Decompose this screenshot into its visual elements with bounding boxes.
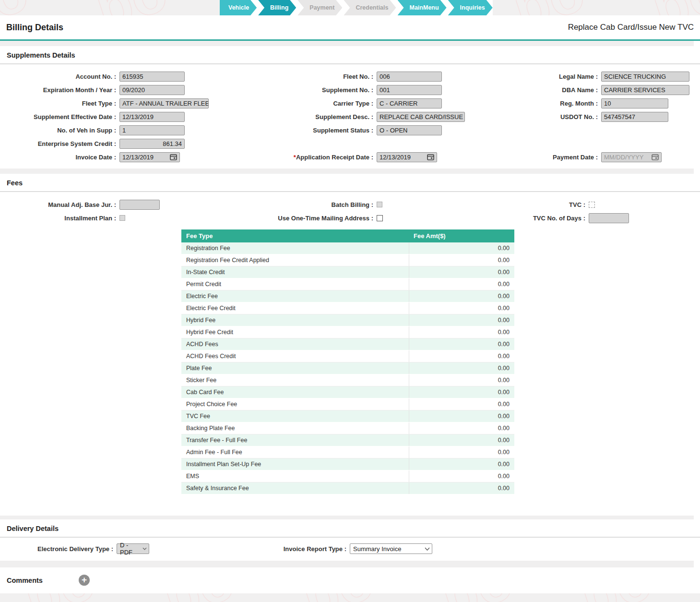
fee-type-cell: Electric Fee Credit <box>181 302 409 314</box>
manual-adj-field[interactable] <box>119 200 160 210</box>
app-receipt-date-field[interactable]: 12/13/2019 <box>377 152 437 162</box>
page-subtitle: Replace Cab Card/Issue New TVC <box>568 23 694 32</box>
fleet-no-field: 006 <box>377 72 442 82</box>
fee-type-cell: EMS <box>181 470 409 482</box>
fee-type-cell: Installment Plan Set-Up Fee <box>181 458 409 470</box>
fleet-type-label: Fleet Type <box>0 100 116 107</box>
reg-month-field: 10 <box>601 98 668 108</box>
fee-amt-cell: 0.00 <box>409 446 514 458</box>
breadcrumb-step-inquiries[interactable]: Inquiries <box>448 0 493 15</box>
breadcrumb-step-vehicle[interactable]: Vehicle <box>220 0 257 15</box>
fee-table-row: Admin Fee - Full Fee0.00 <box>181 446 514 458</box>
fee-amt-cell: 0.00 <box>409 350 514 362</box>
one-time-mailing-label: Use One-Time Mailing Address <box>240 215 373 222</box>
account-no-field: 615935 <box>119 72 185 82</box>
fee-type-cell: TVC Fee <box>181 410 409 422</box>
fee-amt-cell: 0.00 <box>409 470 514 482</box>
supp-desc-field: REPLACE CAB CARD/ISSUE NEW <box>377 112 465 122</box>
invoice-date-field[interactable]: 12/13/2019 <box>119 152 180 162</box>
batch-billing-label: Batch Billing <box>240 201 373 208</box>
fee-type-cell: Backing Plate Fee <box>181 422 409 434</box>
fee-table-row: Permit Credit0.00 <box>181 278 514 290</box>
page-header: Billing Details Replace Cab Card/Issue N… <box>0 15 700 41</box>
fee-type-cell: Permit Credit <box>181 278 409 290</box>
one-time-mailing-checkbox[interactable] <box>377 215 383 221</box>
fee-table-wrap: Fee Type Fee Amt($) Registration Fee0.00… <box>0 228 700 516</box>
fee-type-cell: ACHD Fees <box>181 338 409 350</box>
fee-table-row: EMS0.00 <box>181 470 514 482</box>
fee-amt-cell: 0.00 <box>409 482 514 494</box>
fee-amt-cell: 0.00 <box>409 410 514 422</box>
fee-table-row: Registration Fee Credit Applied0.00 <box>181 254 514 266</box>
legal-name-label: Legal Name <box>489 73 598 80</box>
section-divider <box>0 516 694 519</box>
electronic-delivery-select: D - PDF <box>117 543 149 554</box>
fee-type-cell: ACHD Fees Credit <box>181 350 409 362</box>
fee-table-row: ACHD Fees Credit0.00 <box>181 350 514 362</box>
section-divider <box>0 561 694 567</box>
no-veh-field: 1 <box>119 125 185 135</box>
fee-table-row: In-State Credit0.00 <box>181 266 514 278</box>
fee-table-row: Cab Card Fee0.00 <box>181 386 514 398</box>
fee-table-row: ACHD Fees0.00 <box>181 338 514 350</box>
fees-form: Manual Adj. Base Jur. Batch Billing TVC … <box>0 192 700 228</box>
fee-amt-cell: 0.00 <box>409 434 514 446</box>
installment-plan-label: Installment Plan <box>0 215 116 222</box>
breadcrumb-step-billing[interactable]: Billing <box>258 0 296 15</box>
fee-type-cell: Cab Card Fee <box>181 386 409 398</box>
account-no-label: Account No. <box>0 73 116 80</box>
supp-eff-date-label: Supplement Effective Date <box>0 113 116 120</box>
section-divider <box>0 169 694 174</box>
chevron-down-icon <box>425 547 430 551</box>
breadcrumb-step-mainmenu[interactable]: MainMenu <box>398 0 447 15</box>
usdot-no-field: 547457547 <box>601 112 668 122</box>
calendar-icon[interactable] <box>170 154 177 160</box>
supplements-section-title: Supplements Details <box>0 46 700 64</box>
comments-section: Comments + <box>0 567 700 593</box>
fee-amt-cell: 0.00 <box>409 458 514 470</box>
fee-type-cell: Hybrid Fee Credit <box>181 326 409 338</box>
fee-table-row: Hybrid Fee Credit0.00 <box>181 326 514 338</box>
fee-amt-cell: 0.00 <box>409 278 514 290</box>
fee-table-row: Backing Plate Fee0.00 <box>181 422 514 434</box>
fee-amt-cell: 0.00 <box>409 242 514 254</box>
carrier-type-field: C - CARRIER <box>377 98 442 108</box>
payment-date-label: Payment Date <box>489 154 598 161</box>
fee-table-row: Plate Fee0.00 <box>181 362 514 374</box>
fee-amt-cell: 0.00 <box>409 326 514 338</box>
app-receipt-date-label: *Application Receipt Date <box>240 154 373 161</box>
fee-table-row: Sticker Fee0.00 <box>181 374 514 386</box>
supplements-form: Account No. 615935 Fleet No. 006 Legal N… <box>0 64 700 169</box>
fee-table-row: Registration Fee0.00 <box>181 242 514 254</box>
dba-name-label: DBA Name <box>489 86 598 94</box>
supplement-no-field: 001 <box>377 85 442 95</box>
fee-type-cell: In-State Credit <box>181 266 409 278</box>
esc-label: Enterprise System Credit <box>0 140 116 147</box>
legal-name-field: SCIENCE TRUCKING <box>601 72 689 82</box>
tvc-days-field <box>589 213 629 223</box>
fleet-no-label: Fleet No. <box>240 73 373 80</box>
fleet-type-field: ATF - ANNUAL TRAILER FLEET <box>119 98 209 108</box>
invoice-report-select[interactable]: Summary Invoice <box>350 543 432 554</box>
fees-section-title: Fees <box>0 174 700 192</box>
fee-type-cell: Electric Fee <box>181 290 409 302</box>
fee-table: Fee Type Fee Amt($) Registration Fee0.00… <box>181 229 514 494</box>
calendar-icon[interactable] <box>427 154 434 160</box>
expiration-label: Expiration Month / Year <box>0 86 116 94</box>
supplement-no-label: Supplement No. <box>240 86 373 94</box>
fee-amt-cell: 0.00 <box>409 338 514 350</box>
manual-adj-label: Manual Adj. Base Jur. <box>0 201 116 208</box>
fee-type-cell: Registration Fee <box>181 242 409 254</box>
fee-amt-cell: 0.00 <box>409 314 514 326</box>
add-comment-button[interactable]: + <box>79 575 90 586</box>
payment-date-field[interactable]: MM/DD/YYYY <box>601 152 662 162</box>
fee-type-cell: Admin Fee - Full Fee <box>181 446 409 458</box>
delivery-section-title: Delivery Details <box>0 519 700 538</box>
fee-type-cell: Plate Fee <box>181 362 409 374</box>
calendar-icon[interactable] <box>652 154 659 160</box>
usdot-no-label: USDOT No. <box>489 113 598 120</box>
chevron-down-icon <box>142 547 147 550</box>
tvc-checkbox[interactable] <box>589 202 595 208</box>
fee-type-cell: Registration Fee Credit Applied <box>181 254 409 266</box>
fee-amt-cell: 0.00 <box>409 422 514 434</box>
